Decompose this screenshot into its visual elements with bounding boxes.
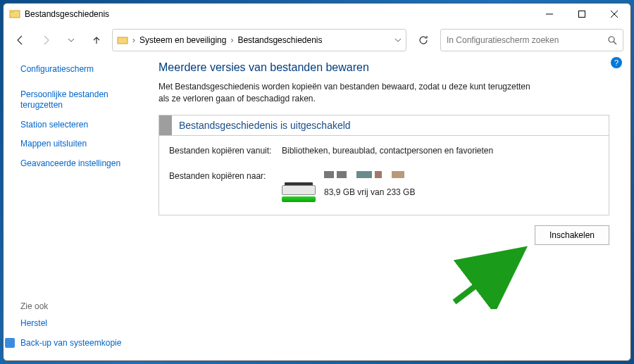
- close-button[interactable]: [598, 4, 630, 25]
- sidebar-backup[interactable]: Back-up van systeemkopie: [8, 338, 144, 348]
- svg-rect-3: [579, 11, 585, 18]
- sidebar-home[interactable]: Configuratiescherm: [20, 64, 144, 75]
- annotation-arrow: [447, 246, 532, 309]
- svg-line-9: [454, 256, 514, 302]
- status-title: Bestandsgeschiedenis is uitgeschakeld: [179, 117, 351, 134]
- drive-icon: [282, 182, 316, 202]
- address-dropdown[interactable]: [394, 37, 402, 44]
- titlebar: Bestandsgeschiedenis: [4, 4, 630, 25]
- search-icon[interactable]: [607, 35, 617, 45]
- copy-from-row: Bestanden kopiëren vanuit: Bibliotheken,…: [169, 146, 599, 156]
- copy-to-row: Bestanden kopiëren naar:: [169, 171, 599, 202]
- breadcrumb-filehistory[interactable]: Bestandsgeschiedenis: [237, 35, 322, 45]
- back-button[interactable]: [11, 30, 30, 50]
- copy-to-label: Bestanden kopiëren naar:: [169, 171, 282, 202]
- sidebar-see-also: Zie ook: [20, 301, 144, 311]
- window: Bestandsgeschiedenis › Systeem en beveil…: [3, 3, 631, 361]
- page-title: Meerdere versies van bestanden bewaren: [158, 61, 609, 74]
- main-panel: Meerdere versies van bestanden bewaren M…: [144, 56, 630, 360]
- minimize-button[interactable]: [533, 4, 566, 25]
- svg-rect-1: [10, 11, 14, 13]
- pixel-strip: [324, 171, 404, 178]
- drive-info: 83,9 GB vrij van 233 GB: [282, 171, 599, 202]
- chevron-right-icon: ›: [230, 35, 233, 45]
- app-icon: [9, 8, 20, 20]
- window-controls: [533, 4, 630, 25]
- search-input[interactable]: [447, 35, 607, 45]
- content: ? Configuratiescherm Persoonlijke bestan…: [4, 56, 630, 360]
- window-title: Bestandsgeschiedenis: [25, 9, 533, 19]
- sidebar-recovery[interactable]: Herstel: [20, 318, 144, 330]
- drive-free-text: 83,9 GB vrij van 233 GB: [324, 187, 415, 197]
- svg-point-7: [609, 37, 614, 42]
- folder-icon: [117, 34, 128, 46]
- status-box: Bestandsgeschiedenis is uitgeschakeld Be…: [158, 115, 609, 215]
- forward-button[interactable]: [36, 30, 56, 50]
- breadcrumb-system[interactable]: Systeem en beveiliging: [139, 35, 226, 45]
- status-header: Bestandsgeschiedenis is uitgeschakeld: [159, 115, 609, 135]
- up-button[interactable]: [87, 30, 106, 50]
- sidebar-advanced[interactable]: Geavanceerde instellingen: [20, 158, 144, 170]
- status-body: Bestanden kopiëren vanuit: Bibliotheken,…: [159, 136, 609, 215]
- copy-from-value: Bibliotheken, bureaublad, contactpersone…: [282, 146, 599, 156]
- refresh-button[interactable]: [412, 29, 435, 51]
- status-flag-icon: [159, 115, 172, 135]
- recent-dropdown[interactable]: [61, 30, 81, 50]
- maximize-button[interactable]: [566, 4, 598, 25]
- address-bar[interactable]: › Systeem en beveiliging › Bestandsgesch…: [112, 29, 406, 51]
- action-row: Inschakelen: [158, 225, 609, 245]
- sidebar-select-drive[interactable]: Station selecteren: [20, 120, 144, 131]
- toolbar: › Systeem en beveiliging › Bestandsgesch…: [4, 25, 630, 56]
- sidebar-restore[interactable]: Persoonlijke bestanden terugzetten: [20, 89, 144, 111]
- chevron-right-icon: ›: [132, 35, 135, 45]
- svg-line-8: [614, 42, 616, 44]
- copy-from-label: Bestanden kopiëren vanuit:: [169, 146, 282, 156]
- sidebar: Configuratiescherm Persoonlijke bestande…: [4, 56, 144, 360]
- search-box[interactable]: [440, 29, 623, 51]
- svg-rect-6: [118, 37, 128, 44]
- enable-button[interactable]: Inschakelen: [535, 225, 609, 245]
- sidebar-exclude[interactable]: Mappen uitsluiten: [20, 139, 144, 150]
- page-description: Met Bestandsgeschiedenis worden kopieën …: [158, 81, 539, 105]
